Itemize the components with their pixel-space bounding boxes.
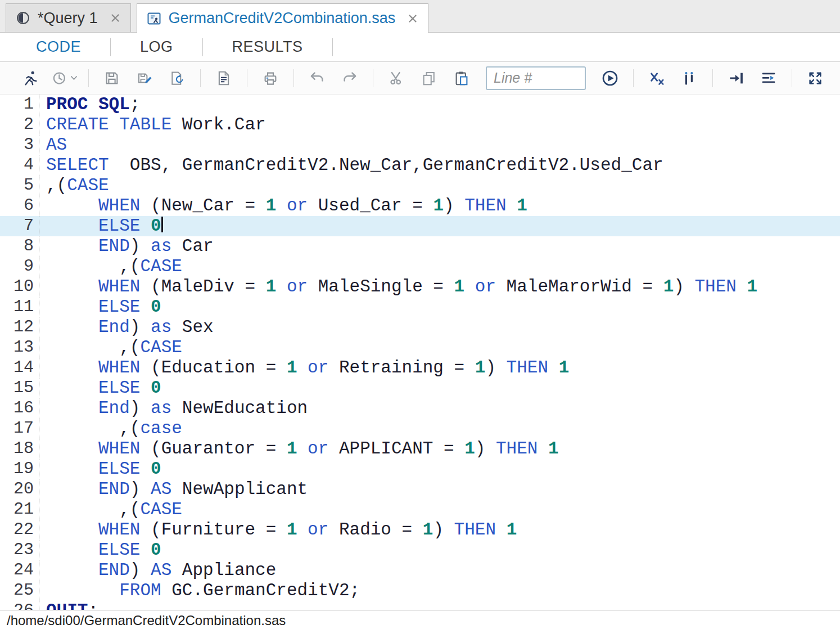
line-spacing-icon [760,70,777,87]
code-text: WHEN (Education = 1 or Retraining = 1) T… [39,358,569,378]
code-text: PROC SQL; [39,95,140,115]
maximize-icon [807,70,824,87]
copy-button[interactable] [417,66,441,91]
line-number: 19 [0,459,39,479]
maximize-button[interactable] [803,66,828,91]
code-line-8[interactable]: 8 END) as Car [0,236,840,257]
code-line-16[interactable]: 16 End) as NewEducation [0,398,840,419]
code-line-10[interactable]: 10 WHEN (MaleDiv = 1 or MaleSingle = 1 o… [0,277,840,297]
code-text: QUIT; [39,601,98,610]
copy-icon [421,70,437,87]
print-preview-button[interactable] [211,66,236,91]
line-number: 6 [0,196,39,216]
code-line-3[interactable]: 3AS [0,135,840,155]
print-button[interactable] [258,66,283,91]
tab-code-label: CODE [36,38,81,55]
close-icon[interactable] [109,12,121,24]
go-to-line-icon [601,69,619,87]
line-number: 22 [0,520,39,540]
code-line-13[interactable]: 13 ,(CASE [0,338,840,358]
code-line-9[interactable]: 9 ,(CASE [0,257,840,277]
line-spacing-button[interactable] [756,66,781,91]
code-line-26[interactable]: 26QUIT; [0,601,840,610]
tab-label: GermanCreditV2Combination.sas [169,10,396,27]
code-line-6[interactable]: 6 WHEN (New_Car = 1 or Used_Car = 1) THE… [0,196,840,216]
code-line-19[interactable]: 19 ELSE 0 [0,459,840,479]
undo-button[interactable] [305,66,329,91]
tab-results[interactable]: RESULTS [232,38,303,56]
code-line-23[interactable]: 23 ELSE 0 [0,540,840,560]
line-number: 20 [0,479,39,500]
line-number: 16 [0,398,39,419]
run-icon [22,70,39,87]
code-text: SELECT OBS, GermanCreditV2.New_Car,Germa… [39,155,663,176]
code-line-2[interactable]: 2CREATE TABLE Work.Car [0,115,840,135]
code-text: WHEN (Furniture = 1 or Radio = 1) THEN 1 [39,520,517,540]
code-line-11[interactable]: 11 ELSE 0 [0,297,840,317]
open-in-tab-button[interactable] [724,66,748,91]
code-line-18[interactable]: 18 WHEN (Guarantor = 1 or APPLICANT = 1)… [0,439,840,459]
chevron-down-icon [70,75,78,80]
code-line-25[interactable]: 25 FROM GC.GermanCreditV2; [0,581,840,601]
code-text: ,(CASE [39,257,182,277]
line-number: 18 [0,439,39,459]
paste-button[interactable] [449,66,474,91]
code-text: ELSE 0 [39,216,163,236]
code-editor[interactable]: 1PROC SQL;2CREATE TABLE Work.Car3AS4SELE… [0,95,840,610]
code-text: END) as Car [39,236,214,257]
tab-query-1[interactable]: *Query 1 [6,3,131,32]
tab-code[interactable]: CODE [36,38,81,56]
tab-germancreditv2combination-sas[interactable]: GermanCreditV2Combination.sas [137,3,429,33]
cut-button[interactable] [384,66,409,91]
line-number-input[interactable] [486,66,586,90]
submission-history-icon [51,70,68,87]
line-number: 8 [0,236,39,257]
submission-history-button[interactable] [51,66,78,91]
code-line-1[interactable]: 1PROC SQL; [0,95,840,115]
close-icon[interactable] [407,12,419,25]
line-number: 21 [0,500,39,520]
toolbar-separator [373,69,373,87]
program-icon [146,11,162,26]
code-line-12[interactable]: 12 End) as Sex [0,317,840,338]
toolbar-separator [792,69,792,87]
code-text: CREATE TABLE Work.Car [39,115,266,135]
code-line-22[interactable]: 22 WHEN (Furniture = 1 or Radio = 1) THE… [0,520,840,540]
clear-code-button[interactable] [644,66,669,91]
print-preview-icon [215,70,232,87]
file-path: /home/sdi00/GermanCreditV2Combination.sa… [7,613,286,628]
line-number: 25 [0,581,39,601]
code-line-20[interactable]: 20 END) AS NewApplicant [0,479,840,500]
clear-code-icon [648,70,665,87]
redo-button[interactable] [337,66,362,91]
go-to-line-button[interactable] [598,66,622,91]
toolbar-separator [633,69,634,87]
code-text: WHEN (MaleDiv = 1 or MaleSingle = 1 or M… [39,277,757,297]
tab-separator [332,38,333,56]
code-line-24[interactable]: 24 END) AS Appliance [0,560,840,581]
code-line-7[interactable]: 7 ELSE 0 [0,216,840,236]
save-button[interactable] [100,66,124,91]
code-line-4[interactable]: 4SELECT OBS, GermanCreditV2.New_Car,Germ… [0,155,840,176]
code-line-21[interactable]: 21 ,(CASE [0,500,840,520]
code-line-14[interactable]: 14 WHEN (Education = 1 or Retraining = 1… [0,358,840,378]
cut-icon [388,70,405,87]
sas-studio-window: *Query 1 GermanCreditV2Combination.sas C… [0,0,840,629]
line-number: 26 [0,601,39,610]
code-line-5[interactable]: 5,(CASE [0,176,840,196]
line-number: 11 [0,297,39,317]
open-in-tab-icon [728,70,744,87]
save-as-button[interactable] [132,66,157,91]
sync-button[interactable] [165,66,189,91]
code-text: End) as NewEducation [39,398,308,419]
tab-log-label: LOG [140,38,173,55]
run-button[interactable] [19,66,43,91]
tab-separator [110,38,111,56]
code-line-15[interactable]: 15 ELSE 0 [0,378,840,398]
code-text: AS [39,135,67,155]
tab-log[interactable]: LOG [140,38,173,56]
format-code-button[interactable] [677,66,702,91]
code-line-17[interactable]: 17 ,(case [0,419,840,439]
code-text: ,(CASE [39,500,182,520]
save-icon [103,70,120,87]
